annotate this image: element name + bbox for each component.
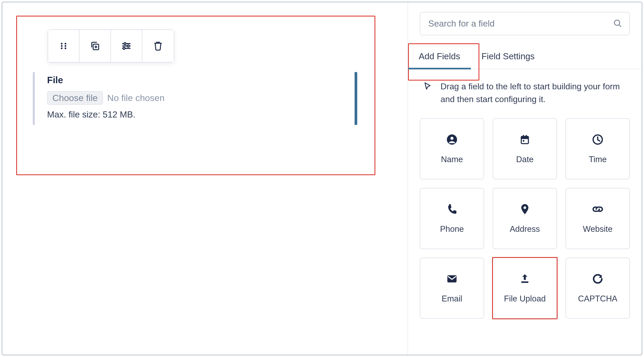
duplicate-icon [89,40,101,52]
tile-label: Email [442,294,462,304]
tile-label: Name [441,155,463,164]
field-label: File [47,75,345,85]
svg-point-5 [65,48,66,49]
field-tile-date[interactable]: Date [493,118,557,179]
calendar-icon [519,133,531,146]
tab-field-settings[interactable]: Field Settings [471,45,545,69]
sidebar: Add Fields Field Settings Drag a field t… [408,2,642,355]
search-input[interactable] [428,18,613,29]
settings-button[interactable] [111,30,142,62]
link-icon [592,203,604,215]
phone-icon [446,203,458,215]
field-tile-phone[interactable]: Phone [420,188,484,249]
svg-point-0 [61,43,63,44]
sliders-icon [121,40,132,52]
svg-point-3 [65,45,66,47]
tile-label: Website [583,224,612,234]
selected-field-block[interactable]: File Choose file No file chosen Max. fil… [33,72,357,125]
svg-point-7 [124,43,126,45]
hint-text: Drag a field to the left to start buildi… [441,80,621,106]
drag-handle-icon [58,40,69,52]
choose-file-button[interactable]: Choose file [47,91,103,105]
field-tile-name[interactable]: Name [420,118,484,179]
field-help-text: Max. file size: 512 MB. [47,110,345,120]
svg-point-2 [61,45,63,47]
form-canvas[interactable]: File Choose file No file chosen Max. fil… [2,2,408,355]
tile-label: CAPTCHA [578,294,617,304]
tile-label: Date [516,155,533,164]
svg-point-4 [61,48,63,49]
tile-label: Time [589,155,607,164]
sidebar-tabs: Add Fields Field Settings [408,45,642,69]
tile-label: File Upload [504,294,546,304]
cursor-icon [423,82,433,91]
field-tile-website[interactable]: Website [566,188,630,249]
field-tile-file-upload[interactable]: File Upload [493,258,557,319]
person-icon [446,133,458,146]
field-grid: NameDateTimePhoneAddressWebsiteEmailFile… [408,110,642,319]
search-icon [613,19,622,29]
upload-icon [519,273,531,285]
hint-row: Drag a field to the left to start buildi… [408,69,642,110]
duplicate-button[interactable] [80,30,111,62]
field-tile-captcha[interactable]: CAPTCHA [566,258,630,319]
tab-add-fields[interactable]: Add Fields [408,45,471,69]
field-tile-email[interactable]: Email [420,258,484,319]
clock-icon [592,133,604,146]
field-toolbar [48,30,174,62]
tile-label: Address [510,224,540,234]
field-tile-address[interactable]: Address [493,188,557,249]
app-frame: File Choose file No file chosen Max. fil… [2,2,642,355]
annotation-tile-highlight [492,257,558,319]
search-field-wrap[interactable] [420,12,630,35]
svg-point-1 [65,43,66,44]
drag-handle-button[interactable] [48,30,80,62]
mail-icon [446,273,458,285]
field-tile-time[interactable]: Time [566,118,630,179]
trash-icon [152,40,164,52]
svg-point-8 [127,45,129,47]
pin-icon [519,203,531,215]
no-file-chosen-text: No file chosen [107,93,164,103]
delete-button[interactable] [142,30,174,62]
refresh-icon [592,273,604,285]
tile-label: Phone [440,224,464,234]
file-input-row: Choose file No file chosen [47,91,345,105]
svg-point-9 [123,47,125,49]
